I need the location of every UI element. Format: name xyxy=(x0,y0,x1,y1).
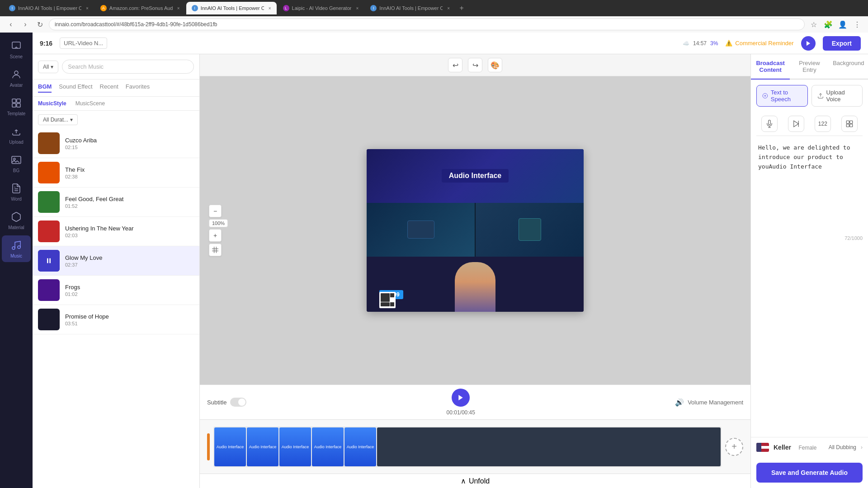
tts-text-to-speech-option[interactable]: Text to Speech xyxy=(756,85,808,107)
sidebar-item-template[interactable]: Template xyxy=(2,93,31,120)
redo-button[interactable]: ↪ xyxy=(468,58,482,72)
url-text: innaio.com/broadcasttool/#/48bf615a-2ff9… xyxy=(55,21,217,28)
voice-gender: Female xyxy=(798,445,816,451)
music-item-3[interactable]: Ushering In The New Year 02:03 xyxy=(33,217,199,246)
tab-recent[interactable]: Recent xyxy=(100,83,118,93)
project-name[interactable]: URL-Video N... xyxy=(60,38,107,49)
tab-close-5[interactable]: × xyxy=(447,6,450,11)
voice-selector[interactable]: Keller Female All Dubbing › xyxy=(751,437,868,457)
panel-tab-broadcast[interactable]: Broadcast Content xyxy=(751,54,790,80)
sidebar-item-scene[interactable]: Scene xyxy=(2,36,31,63)
music-item-1[interactable]: The Fix 02:38 xyxy=(33,158,199,188)
zoom-level: 100% xyxy=(209,219,228,227)
track-title-2: Feel Good, Feel Great xyxy=(65,196,194,202)
sidebar-item-material[interactable]: Material xyxy=(2,207,31,234)
reminder-icon: ⚠️ xyxy=(725,40,732,47)
tab-3[interactable]: I InnAIO AI Tools | Empower Con... × xyxy=(186,2,277,14)
save-generate-button[interactable]: Save and Generate Audio xyxy=(756,463,863,483)
settings-tts-button[interactable] xyxy=(841,116,858,132)
tab-favorites[interactable]: Favorites xyxy=(126,83,150,93)
track-thumbnail-5 xyxy=(38,279,60,301)
sidebar-item-word[interactable]: Word xyxy=(2,178,31,205)
sidebar-item-bg[interactable]: BG xyxy=(2,150,31,177)
play-pause-button[interactable] xyxy=(788,116,804,132)
tts-options: Text to Speech Upload Voice xyxy=(756,85,863,107)
tab-bgm[interactable]: BGM xyxy=(38,83,52,93)
tab-2[interactable]: A Amazon.com: PreSonus Audio... × xyxy=(95,2,185,14)
zoom-minus-button[interactable]: − xyxy=(209,205,222,217)
panel-tab-preview[interactable]: Preview Entry xyxy=(790,54,829,80)
track-title-0: Cuzco Ariba xyxy=(65,137,194,144)
sidebar-label-music: Music xyxy=(10,253,22,258)
timeline-clip-3: Audio Interface xyxy=(279,427,311,466)
sidebar-label-word: Word xyxy=(11,197,22,202)
music-search-input[interactable] xyxy=(62,60,194,74)
tab-close-1[interactable]: × xyxy=(86,6,89,11)
tts-textarea[interactable]: Hello, we are delighted to introduce our… xyxy=(756,141,863,232)
sidebar-item-upload[interactable]: Upload xyxy=(2,122,31,148)
filter-button[interactable]: All ▾ xyxy=(38,61,58,73)
duration-button[interactable]: All Durat... ▾ xyxy=(38,114,78,125)
volume-icon: 🔊 xyxy=(675,398,684,407)
duration-filter: All Durat... ▾ xyxy=(33,111,199,129)
export-button[interactable]: Export xyxy=(823,36,861,51)
tab-close-2[interactable]: × xyxy=(177,6,180,11)
subtab-musicstyle[interactable]: MusicStyle xyxy=(38,100,66,107)
profile-button[interactable]: 👤 xyxy=(837,19,848,30)
volume-control[interactable]: 🔊 Volume Management xyxy=(675,398,743,407)
reload-button[interactable]: ↻ xyxy=(34,19,45,30)
panel-tab-background[interactable]: Background xyxy=(829,54,868,80)
new-tab-button[interactable]: + xyxy=(456,3,467,14)
tts-section: Text to Speech Upload Voice xyxy=(751,80,868,248)
top-play-button[interactable] xyxy=(801,36,816,51)
back-button[interactable]: ‹ xyxy=(5,19,16,30)
add-clip-button[interactable]: + xyxy=(725,438,743,456)
music-list: Cuzco Ariba 02:15 The Fix 02:38 xyxy=(33,129,199,488)
music-item-4[interactable]: Glow My Love 02:37 xyxy=(33,246,199,276)
play-button[interactable] xyxy=(452,389,470,407)
svg-marker-10 xyxy=(807,41,810,46)
tab-5[interactable]: I InnAIO AI Tools | Empower Con... × xyxy=(365,2,455,14)
tab-1[interactable]: I InnAIO AI Tools | Empower Cor... × xyxy=(4,2,94,14)
timeline-track[interactable]: Audio Interface Audio Interface Audio In… xyxy=(213,427,722,467)
sidebar-item-avatar[interactable]: Avatar xyxy=(2,65,31,91)
track-thumbnail-1 xyxy=(38,162,60,183)
mic-button[interactable] xyxy=(761,116,778,132)
menu-button[interactable]: ⋮ xyxy=(852,19,863,30)
track-duration-2: 01:52 xyxy=(65,203,194,209)
bookmark-button[interactable]: ☆ xyxy=(808,19,819,30)
commercial-reminder[interactable]: ⚠️ Commercial Reminder xyxy=(725,40,793,47)
tab-close-4[interactable]: × xyxy=(356,6,359,11)
svg-point-9 xyxy=(18,246,20,249)
extension-button[interactable]: 🧩 xyxy=(823,19,834,30)
content-row: All ▾ BGM Sound Effect Recent Favorites xyxy=(33,54,868,488)
palette-button[interactable]: 🎨 xyxy=(488,58,502,72)
sidebar-label-material: Material xyxy=(8,225,24,230)
canvas-frame: Audio Interface xyxy=(367,149,584,312)
tab-4[interactable]: L Laipic - AI Video Generator × xyxy=(278,2,364,14)
svg-marker-17 xyxy=(459,395,463,400)
music-item-2[interactable]: Feel Good, Feel Great 01:52 xyxy=(33,188,199,217)
canvas-area: ↩ ↪ 🎨 − 100% + xyxy=(200,54,750,488)
music-item-0[interactable]: Cuzco Ariba 02:15 xyxy=(33,129,199,158)
tts-controls: 122 xyxy=(756,112,863,136)
tab-sound-effect[interactable]: Sound Effect xyxy=(59,83,92,93)
url-bar[interactable]: innaio.com/broadcasttool/#/48bf615a-2ff9… xyxy=(49,19,805,30)
product-image-1 xyxy=(367,203,475,257)
track-title-6: Promise of Hope xyxy=(65,313,194,320)
zoom-plus-button[interactable]: + xyxy=(209,229,222,242)
subtab-musicscene[interactable]: MusicScene xyxy=(75,100,105,107)
sidebar-item-music[interactable]: Music xyxy=(2,235,31,262)
clip-label-3: Audio Interface xyxy=(282,445,309,449)
music-item-6[interactable]: Promise of Hope 03:51 xyxy=(33,305,199,334)
tab-close-3[interactable]: × xyxy=(269,6,271,11)
tts-upload-voice-option[interactable]: Upload Voice xyxy=(811,85,863,107)
forward-button[interactable]: › xyxy=(20,19,31,30)
unfold-bar[interactable]: ∧ Unfold xyxy=(200,474,750,488)
music-item-5[interactable]: Frogs 01:02 xyxy=(33,276,199,305)
grid-button[interactable] xyxy=(209,244,222,256)
subtitle-switch[interactable] xyxy=(230,398,246,407)
undo-button[interactable]: ↩ xyxy=(448,58,462,72)
track-duration-3: 02:03 xyxy=(65,233,194,238)
timeline-clip-5: Audio Interface xyxy=(344,427,376,466)
